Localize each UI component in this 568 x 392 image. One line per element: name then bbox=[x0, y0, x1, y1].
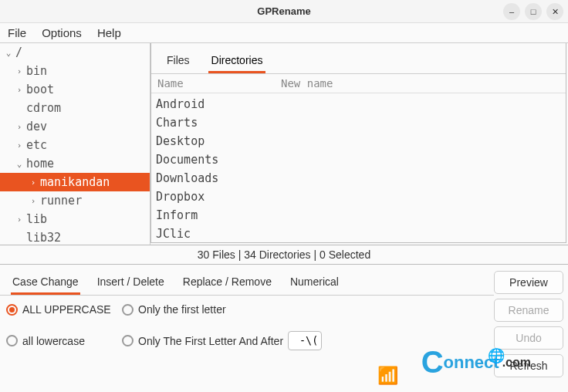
window-buttons: – □ ✕ bbox=[503, 3, 563, 20]
tab-files[interactable]: Files bbox=[164, 49, 193, 73]
options-area: Case Change Insert / Delete Replace / Re… bbox=[0, 265, 568, 377]
radio-all-lowercase[interactable]: all lowercase bbox=[6, 335, 122, 347]
tree-root[interactable]: ⌄ / bbox=[0, 43, 150, 62]
case-radios: ALL UPPERCASE Only the first letter all … bbox=[0, 296, 494, 358]
tree-label: cdrom bbox=[26, 101, 61, 115]
action-buttons: Preview Rename Undo Refresh bbox=[494, 265, 568, 377]
rename-button[interactable]: Rename bbox=[494, 299, 563, 322]
tree-item-lib32[interactable]: lib32 bbox=[0, 228, 150, 245]
tree-item-home[interactable]: ⌄home bbox=[0, 154, 150, 173]
list-item[interactable]: Charts bbox=[156, 113, 561, 132]
radio-icon bbox=[122, 335, 134, 346]
radio-only-first-letter[interactable]: Only the first letter bbox=[122, 303, 488, 316]
list-item[interactable]: Dropbox bbox=[156, 188, 561, 206]
tree-item-runner[interactable]: ›runner bbox=[0, 191, 150, 210]
radio-icon bbox=[6, 335, 18, 346]
radio-label: all lowercase bbox=[22, 335, 85, 347]
refresh-button[interactable]: Refresh bbox=[494, 354, 563, 377]
list-item[interactable]: JClic bbox=[156, 225, 561, 242]
window-title: GPRename bbox=[0, 5, 568, 17]
close-button[interactable]: ✕ bbox=[546, 3, 563, 20]
chevron-right-icon: › bbox=[14, 85, 25, 95]
chevron-down-icon: ⌄ bbox=[3, 48, 14, 58]
option-tabs: Case Change Insert / Delete Replace / Re… bbox=[0, 265, 494, 296]
titlebar: GPRename – □ ✕ bbox=[0, 0, 568, 23]
chevron-right-icon: › bbox=[14, 140, 25, 150]
tree-label: etc bbox=[26, 138, 47, 152]
chevron-right-icon: › bbox=[14, 122, 25, 132]
list-item[interactable]: Desktop bbox=[156, 132, 561, 150]
tree-label: manikandan bbox=[40, 175, 110, 189]
tree-label: / bbox=[15, 46, 22, 59]
tree-label: bin bbox=[26, 64, 47, 78]
tab-replace-remove[interactable]: Replace / Remove bbox=[181, 271, 273, 295]
tree-item-lib[interactable]: ›lib bbox=[0, 210, 150, 228]
list-item[interactable]: Android bbox=[156, 95, 561, 113]
radio-icon bbox=[6, 304, 18, 316]
maximize-button[interactable]: □ bbox=[525, 3, 542, 20]
minimize-button[interactable]: – bbox=[503, 3, 520, 20]
tab-numerical[interactable]: Numerical bbox=[289, 271, 340, 295]
tree-item-bin[interactable]: ›bin bbox=[0, 62, 150, 80]
preview-button[interactable]: Preview bbox=[494, 271, 563, 294]
options-left: Case Change Insert / Delete Replace / Re… bbox=[0, 265, 494, 377]
list-header: Name New name bbox=[151, 74, 566, 93]
chevron-right-icon: › bbox=[28, 177, 39, 188]
radio-all-uppercase[interactable]: ALL UPPERCASE bbox=[6, 303, 122, 316]
tree-item-cdrom[interactable]: cdrom bbox=[0, 99, 150, 117]
menu-file[interactable]: File bbox=[8, 26, 26, 39]
list-item[interactable]: Downloads bbox=[156, 169, 561, 188]
list-item[interactable]: Documents bbox=[156, 150, 561, 169]
tree-label: home bbox=[26, 157, 54, 171]
tab-insert-delete[interactable]: Insert / Delete bbox=[96, 271, 166, 295]
tree-item-boot[interactable]: ›boot bbox=[0, 80, 150, 99]
chevron-right-icon: › bbox=[14, 66, 25, 76]
after-chars-input[interactable] bbox=[288, 331, 322, 350]
split-pane: ⌄ / ›bin›bootcdrom›dev›etc⌄home›manikand… bbox=[0, 43, 568, 245]
column-name[interactable]: Name bbox=[157, 77, 281, 90]
tree-label: lib32 bbox=[26, 231, 61, 245]
tab-case-change[interactable]: Case Change bbox=[11, 271, 80, 295]
radio-first-after-row: Only The First Letter And After bbox=[122, 331, 488, 350]
tree-label: boot bbox=[26, 83, 54, 96]
radio-label: Only the first letter bbox=[138, 303, 226, 316]
tree-label: runner bbox=[40, 194, 82, 208]
column-newname[interactable]: New name bbox=[281, 77, 333, 90]
chevron-right-icon: › bbox=[14, 215, 25, 225]
chevron-right-icon: › bbox=[28, 196, 39, 206]
tree-item-manikandan[interactable]: ›manikandan bbox=[0, 173, 150, 191]
status-bar: 30 Files | 34 Directories | 0 Selected bbox=[0, 245, 568, 265]
file-tabs: Files Directories bbox=[151, 43, 566, 74]
tree-label: dev bbox=[26, 120, 47, 133]
menu-help[interactable]: Help bbox=[97, 26, 121, 39]
folder-tree: ⌄ / ›bin›bootcdrom›dev›etc⌄home›manikand… bbox=[0, 43, 150, 245]
chevron-down-icon: ⌄ bbox=[14, 159, 25, 169]
radio-icon bbox=[122, 304, 134, 316]
radio-first-letter-and-after[interactable]: Only The First Letter And After bbox=[122, 335, 283, 347]
tree-item-dev[interactable]: ›dev bbox=[0, 117, 150, 136]
list-item[interactable]: Inform bbox=[156, 206, 561, 225]
radio-label: ALL UPPERCASE bbox=[22, 303, 111, 316]
tree-label: lib bbox=[26, 212, 47, 226]
radio-label: Only The First Letter And After bbox=[138, 335, 283, 347]
file-panel: Files Directories Name New name AndroidC… bbox=[150, 43, 566, 243]
undo-button[interactable]: Undo bbox=[494, 326, 563, 350]
tree-item-etc[interactable]: ›etc bbox=[0, 136, 150, 154]
file-list: AndroidChartsDesktopDocumentsDownloadsDr… bbox=[151, 93, 566, 242]
menubar: File Options Help bbox=[0, 23, 568, 43]
tab-directories[interactable]: Directories bbox=[208, 49, 266, 73]
menu-options[interactable]: Options bbox=[42, 26, 82, 39]
